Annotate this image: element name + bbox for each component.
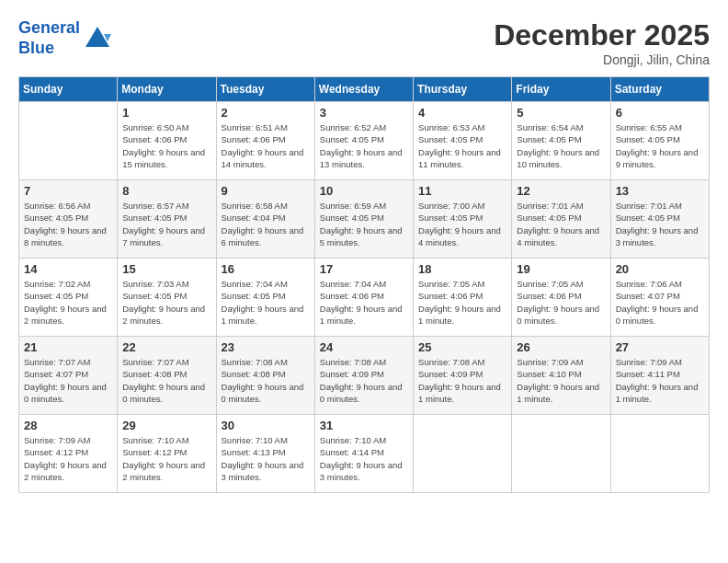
calendar-cell: 28Sunrise: 7:09 AMSunset: 4:12 PMDayligh… — [19, 415, 118, 493]
calendar-cell: 7Sunrise: 6:56 AMSunset: 4:05 PMDaylight… — [19, 180, 118, 259]
day-number: 1 — [122, 106, 210, 120]
month-title: December 2025 — [494, 18, 710, 52]
day-number: 30 — [222, 419, 310, 432]
day-number: 10 — [320, 184, 408, 198]
day-number: 21 — [24, 340, 112, 354]
calendar-cell: 21Sunrise: 7:07 AMSunset: 4:07 PMDayligh… — [19, 337, 118, 415]
week-row-2: 7Sunrise: 6:56 AMSunset: 4:05 PMDaylight… — [19, 180, 710, 259]
day-info: Sunrise: 6:58 AMSunset: 4:04 PMDaylight:… — [222, 200, 310, 248]
logo: General Blue — [18, 18, 111, 58]
calendar-cell: 14Sunrise: 7:02 AMSunset: 4:05 PMDayligh… — [19, 259, 118, 337]
calendar-cell: 18Sunrise: 7:05 AMSunset: 4:06 PMDayligh… — [414, 259, 512, 337]
day-info: Sunrise: 6:50 AMSunset: 4:06 PMDaylight:… — [122, 121, 210, 170]
day-number: 18 — [418, 262, 506, 276]
day-number: 16 — [222, 262, 310, 276]
day-info: Sunrise: 6:56 AMSunset: 4:05 PMDaylight:… — [24, 200, 112, 248]
day-number: 11 — [418, 184, 506, 198]
day-info: Sunrise: 7:09 AMSunset: 4:11 PMDaylight:… — [616, 356, 704, 405]
day-number: 27 — [616, 340, 704, 354]
calendar-cell: 23Sunrise: 7:08 AMSunset: 4:08 PMDayligh… — [216, 337, 314, 415]
week-row-5: 28Sunrise: 7:09 AMSunset: 4:12 PMDayligh… — [19, 415, 710, 493]
day-number: 22 — [122, 340, 210, 354]
day-number: 28 — [24, 419, 112, 432]
day-number: 19 — [517, 262, 605, 276]
title-block: December 2025 Dongji, Jilin, China — [494, 18, 710, 67]
day-info: Sunrise: 7:05 AMSunset: 4:06 PMDaylight:… — [517, 278, 605, 327]
day-number: 14 — [24, 262, 112, 276]
calendar-cell: 19Sunrise: 7:05 AMSunset: 4:06 PMDayligh… — [512, 259, 610, 337]
day-info: Sunrise: 7:00 AMSunset: 4:05 PMDaylight:… — [418, 200, 506, 248]
calendar-cell: 30Sunrise: 7:10 AMSunset: 4:13 PMDayligh… — [216, 415, 314, 493]
day-info: Sunrise: 7:07 AMSunset: 4:07 PMDaylight:… — [24, 356, 112, 405]
location: Dongji, Jilin, China — [494, 52, 710, 67]
day-number: 17 — [320, 262, 408, 276]
calendar-cell: 11Sunrise: 7:00 AMSunset: 4:05 PMDayligh… — [414, 180, 512, 259]
calendar-cell: 13Sunrise: 7:01 AMSunset: 4:05 PMDayligh… — [610, 180, 709, 259]
logo-text: General Blue — [18, 18, 80, 58]
day-number: 23 — [222, 340, 310, 354]
calendar-cell: 5Sunrise: 6:54 AMSunset: 4:05 PMDaylight… — [512, 102, 610, 180]
day-info: Sunrise: 7:09 AMSunset: 4:10 PMDaylight:… — [517, 356, 605, 405]
calendar-cell: 1Sunrise: 6:50 AMSunset: 4:06 PMDaylight… — [118, 102, 216, 180]
calendar-cell: 2Sunrise: 6:51 AMSunset: 4:06 PMDaylight… — [216, 102, 314, 180]
calendar-cell: 12Sunrise: 7:01 AMSunset: 4:05 PMDayligh… — [512, 180, 610, 259]
day-info: Sunrise: 7:04 AMSunset: 4:05 PMDaylight:… — [222, 278, 310, 327]
day-info: Sunrise: 7:06 AMSunset: 4:07 PMDaylight:… — [616, 278, 704, 327]
day-info: Sunrise: 7:09 AMSunset: 4:12 PMDaylight:… — [24, 434, 112, 483]
logo-icon — [84, 25, 111, 52]
calendar-cell: 24Sunrise: 7:08 AMSunset: 4:09 PMDayligh… — [314, 337, 413, 415]
day-info: Sunrise: 7:08 AMSunset: 4:09 PMDaylight:… — [418, 356, 506, 405]
calendar-cell: 9Sunrise: 6:58 AMSunset: 4:04 PMDaylight… — [216, 180, 314, 259]
day-info: Sunrise: 7:01 AMSunset: 4:05 PMDaylight:… — [517, 200, 605, 248]
day-info: Sunrise: 7:01 AMSunset: 4:05 PMDaylight:… — [616, 200, 704, 248]
day-number: 29 — [122, 419, 210, 432]
calendar-cell: 8Sunrise: 6:57 AMSunset: 4:05 PMDaylight… — [118, 180, 216, 259]
calendar-cell — [610, 415, 709, 493]
weekday-header-saturday: Saturday — [610, 77, 709, 102]
day-info: Sunrise: 7:04 AMSunset: 4:06 PMDaylight:… — [320, 278, 408, 327]
day-number: 3 — [320, 106, 408, 120]
day-info: Sunrise: 7:02 AMSunset: 4:05 PMDaylight:… — [24, 278, 112, 327]
day-number: 2 — [222, 106, 310, 120]
day-number: 13 — [616, 184, 704, 198]
calendar-cell — [414, 415, 512, 493]
day-info: Sunrise: 6:53 AMSunset: 4:05 PMDaylight:… — [418, 121, 506, 170]
weekday-header-sunday: Sunday — [19, 77, 118, 102]
calendar-cell: 15Sunrise: 7:03 AMSunset: 4:05 PMDayligh… — [118, 259, 216, 337]
day-number: 6 — [616, 106, 704, 120]
calendar-cell: 17Sunrise: 7:04 AMSunset: 4:06 PMDayligh… — [314, 259, 413, 337]
calendar-cell: 16Sunrise: 7:04 AMSunset: 4:05 PMDayligh… — [216, 259, 314, 337]
day-info: Sunrise: 7:03 AMSunset: 4:05 PMDaylight:… — [122, 278, 210, 327]
day-info: Sunrise: 7:10 AMSunset: 4:13 PMDaylight:… — [222, 434, 310, 483]
calendar-cell: 4Sunrise: 6:53 AMSunset: 4:05 PMDaylight… — [414, 102, 512, 180]
day-number: 26 — [517, 340, 605, 354]
day-info: Sunrise: 7:07 AMSunset: 4:08 PMDaylight:… — [122, 356, 210, 405]
day-number: 9 — [222, 184, 310, 198]
day-number: 5 — [517, 106, 605, 120]
day-info: Sunrise: 7:05 AMSunset: 4:06 PMDaylight:… — [418, 278, 506, 327]
day-number: 31 — [320, 419, 408, 432]
day-info: Sunrise: 6:52 AMSunset: 4:05 PMDaylight:… — [320, 121, 408, 170]
calendar-cell: 10Sunrise: 6:59 AMSunset: 4:05 PMDayligh… — [314, 180, 413, 259]
day-info: Sunrise: 7:08 AMSunset: 4:08 PMDaylight:… — [222, 356, 310, 405]
day-info: Sunrise: 7:08 AMSunset: 4:09 PMDaylight:… — [320, 356, 408, 405]
calendar-cell: 20Sunrise: 7:06 AMSunset: 4:07 PMDayligh… — [610, 259, 709, 337]
day-number: 24 — [320, 340, 408, 354]
day-info: Sunrise: 6:51 AMSunset: 4:06 PMDaylight:… — [222, 121, 310, 170]
day-number: 15 — [122, 262, 210, 276]
day-info: Sunrise: 7:10 AMSunset: 4:12 PMDaylight:… — [122, 434, 210, 483]
day-number: 8 — [122, 184, 210, 198]
weekday-header-friday: Friday — [512, 77, 610, 102]
page-header: General Blue December 2025 Dongji, Jilin… — [18, 18, 710, 67]
weekday-header-thursday: Thursday — [414, 77, 512, 102]
calendar-cell: 25Sunrise: 7:08 AMSunset: 4:09 PMDayligh… — [414, 337, 512, 415]
day-info: Sunrise: 6:54 AMSunset: 4:05 PMDaylight:… — [517, 121, 605, 170]
day-number: 12 — [517, 184, 605, 198]
day-info: Sunrise: 6:59 AMSunset: 4:05 PMDaylight:… — [320, 200, 408, 248]
weekday-header-wednesday: Wednesday — [314, 77, 413, 102]
calendar-cell: 26Sunrise: 7:09 AMSunset: 4:10 PMDayligh… — [512, 337, 610, 415]
day-info: Sunrise: 6:55 AMSunset: 4:05 PMDaylight:… — [616, 121, 704, 170]
week-row-1: 1Sunrise: 6:50 AMSunset: 4:06 PMDaylight… — [19, 102, 710, 180]
calendar-table: SundayMondayTuesdayWednesdayThursdayFrid… — [18, 76, 710, 493]
calendar-cell: 3Sunrise: 6:52 AMSunset: 4:05 PMDaylight… — [314, 102, 413, 180]
